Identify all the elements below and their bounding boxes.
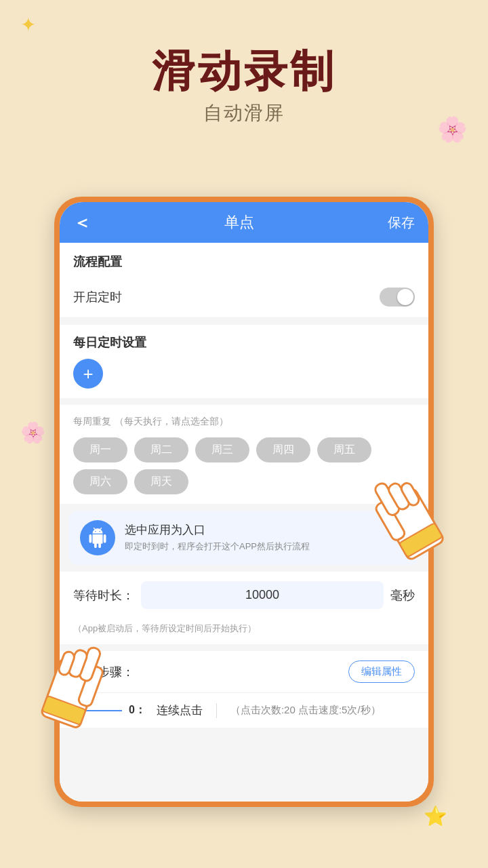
daily-timer-title: 每日定时设置 (73, 334, 415, 351)
wait-time-label: 等待时长： (73, 587, 134, 604)
hand-left-icon (41, 624, 115, 739)
star-icon-2: ⭐ (424, 805, 447, 827)
enable-timer-row: 开启定时 (60, 277, 428, 318)
weekly-repeat-title: 每周重复 （每天执行，请点选全部） (73, 414, 415, 428)
day-sunday[interactable]: 周天 (134, 469, 188, 494)
app-entry-desc: 即定时到时，程序会打开这个APP然后执行流程 (125, 540, 403, 553)
timer-toggle[interactable] (380, 288, 415, 307)
app-icon (80, 520, 115, 555)
step-separator (216, 703, 217, 718)
step-name: 连续点击 (157, 703, 203, 718)
add-timer-button[interactable]: + (73, 359, 103, 389)
sub-title: 自动滑屏 (0, 100, 488, 126)
hand-right-icon (366, 454, 447, 576)
day-thursday[interactable]: 周四 (256, 437, 310, 462)
step-desc: （点击次数:20 点击速度:5次/秒） (230, 704, 381, 717)
day-monday[interactable]: 周一 (73, 437, 127, 462)
day-wednesday[interactable]: 周三 (195, 437, 249, 462)
flower-icon-2: 🌸 (20, 420, 45, 444)
day-saturday[interactable]: 周六 (73, 469, 127, 494)
android-icon (87, 528, 108, 548)
wait-time-input[interactable] (141, 581, 384, 609)
title-area: 滑动录制 自动滑屏 (0, 0, 488, 140)
star-icon-1: ✦ (20, 14, 36, 36)
flower-icon-1: 🌸 (437, 115, 468, 144)
wait-time-unit: 毫秒 (390, 587, 415, 604)
app-entry-text: 选中应用为入口 即定时到时，程序会打开这个APP然后执行流程 (125, 522, 403, 553)
main-title: 滑动录制 (0, 47, 488, 95)
day-buttons-container: 周一 周二 周三 周四 周五 周六 周天 (73, 437, 415, 494)
day-tuesday[interactable]: 周二 (134, 437, 188, 462)
flow-config-title: 流程配置 (60, 243, 428, 277)
phone-frame: ＜ 单点 保存 流程配置 开启定时 每日定时设置 + 每周重复 （每天执行 (54, 197, 434, 807)
app-header: ＜ 单点 保存 (60, 202, 428, 243)
day-friday[interactable]: 周五 (317, 437, 371, 462)
edit-attr-button[interactable]: 编辑属性 (348, 660, 415, 683)
header-title: 单点 (224, 212, 254, 233)
wait-time-row: 等待时长： 毫秒 (60, 572, 428, 618)
daily-timer-section: 每日定时设置 + (60, 325, 428, 398)
back-button[interactable]: ＜ (73, 211, 91, 235)
save-button[interactable]: 保存 (388, 214, 415, 232)
enable-timer-label: 开启定时 (73, 289, 122, 305)
step-number: 0： (129, 703, 146, 717)
app-entry-title: 选中应用为入口 (125, 522, 403, 538)
